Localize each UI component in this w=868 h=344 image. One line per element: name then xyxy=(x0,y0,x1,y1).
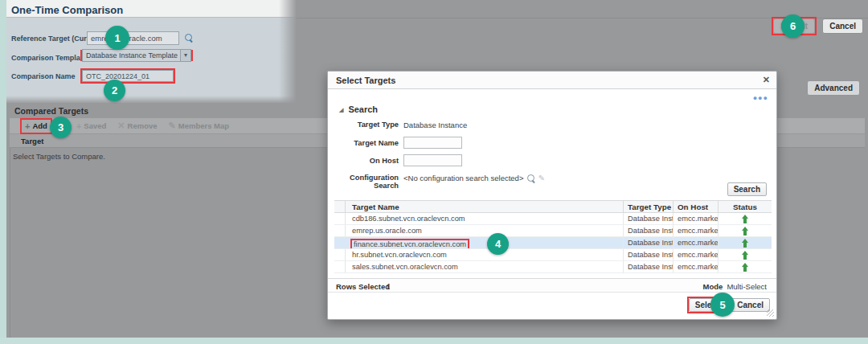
table-row[interactable]: sales.subnet.vcn.oraclevcn.comDatabase I… xyxy=(334,261,772,273)
select-targets-dialog: Select Targets ✕ ●●● ◢Search Target Type… xyxy=(327,71,777,320)
cell-on-host: emcc.marketpla... xyxy=(674,213,719,224)
status-up-arrow-icon xyxy=(742,263,749,272)
page-edge-bottom xyxy=(0,338,868,344)
status-up-arrow-icon xyxy=(742,215,749,223)
add-button[interactable]: + Add xyxy=(22,120,51,133)
col-target-name: Target Name xyxy=(346,201,624,212)
page-edge-left xyxy=(0,0,6,344)
rows-selected-label: Rows Selected xyxy=(336,282,390,291)
step-annotation-2: 2 xyxy=(104,80,125,101)
table-row[interactable]: cdb186.subnet.vcn.oraclevcn.comDatabase … xyxy=(334,213,772,225)
cell-on-host: emcc.marketpla... xyxy=(674,261,719,272)
plus-icon: + xyxy=(25,121,30,131)
configuration-search-value: <No configuration search selected> ✎ xyxy=(403,174,545,183)
reference-target-input[interactable]: emrep.us.oracle.com xyxy=(87,31,179,45)
target-name-label: Target Name xyxy=(328,139,399,147)
cell-on-host: emcc.marketpla... xyxy=(674,237,719,248)
status-up-arrow-icon xyxy=(742,239,749,248)
dialog-table-header: Target Name Target Type On Host Status xyxy=(334,200,772,213)
close-icon[interactable]: ✕ xyxy=(763,75,770,85)
comparison-template-value: Database Instance Template xyxy=(86,51,178,59)
remove-x-icon: ✕ xyxy=(117,121,125,131)
step-annotation-1: 1 xyxy=(105,26,129,50)
disclosure-triangle-icon: ◢ xyxy=(339,107,343,113)
dialog-resize-grip[interactable] xyxy=(767,309,774,317)
configuration-search-label: Configuration Search xyxy=(328,174,399,190)
col-on-host: On Host xyxy=(674,201,719,212)
dialog-cancel-button[interactable]: Cancel xyxy=(731,298,770,312)
add-saved-button[interactable]: + Saved xyxy=(76,121,106,131)
col-target-type: Target Type xyxy=(624,201,674,212)
remove-button[interactable]: ✕ Remove xyxy=(117,121,157,131)
cell-status xyxy=(719,225,772,236)
status-up-arrow-icon xyxy=(742,227,749,235)
dialog-table: Target Name Target Type On Host Status c… xyxy=(334,200,772,273)
cell-status xyxy=(719,261,772,272)
target-type-value: Database Instance xyxy=(403,121,467,129)
comparison-name-input[interactable]: OTC_20201224_01 xyxy=(82,70,174,82)
target-name-input[interactable] xyxy=(403,137,462,149)
status-up-arrow-icon xyxy=(742,251,749,260)
chevron-down-icon: ▾ xyxy=(180,50,190,61)
highlight-box-template: Database Instance Template ▾ xyxy=(80,50,193,61)
cell-target-type: Database Insta... xyxy=(624,237,674,248)
table-row[interactable]: finance.subnet.vcn.oraclevcn.comDatabase… xyxy=(334,237,772,249)
comparison-template-select[interactable]: Database Instance Template ▾ xyxy=(82,49,191,62)
compared-targets-title: Compared Targets xyxy=(14,106,88,116)
cell-target-name: hr.subnet.vcn.oraclevcn.com xyxy=(346,249,624,260)
cell-target-name: emrep.us.oracle.com xyxy=(346,225,624,236)
header-form-area: One-Time Comparison Reference Target (Cu… xyxy=(6,0,296,103)
dialog-header[interactable]: Select Targets ✕ xyxy=(328,72,776,89)
configuration-edit-pencil-icon[interactable]: ✎ xyxy=(538,174,545,182)
mode-indicator: ModeMulti-Select xyxy=(703,282,767,291)
cell-target-type: Database Insta... xyxy=(624,225,674,236)
highlight-box-add: + Add xyxy=(20,118,52,134)
section-left-border xyxy=(10,117,10,338)
search-section-header[interactable]: ◢Search xyxy=(339,104,378,114)
step-annotation-6: 6 xyxy=(781,14,805,38)
cell-target-name: sales.subnet.vcn.oraclevcn.com xyxy=(346,261,624,272)
cell-status xyxy=(719,213,772,224)
comparison-template-label: Comparison Template xyxy=(11,54,87,62)
table-row[interactable]: hr.subnet.vcn.oraclevcn.comDatabase Inst… xyxy=(334,249,772,261)
cell-target-type: Database Insta... xyxy=(624,249,674,260)
step-annotation-3: 3 xyxy=(50,117,72,138)
reference-target-search-icon[interactable] xyxy=(185,34,194,43)
cell-on-host: emcc.marketpla... xyxy=(674,225,719,236)
add-saved-icon: + xyxy=(76,121,81,131)
col-status: Status xyxy=(719,201,772,212)
dialog-detach-dots-icon[interactable]: ●●● xyxy=(753,94,768,102)
advanced-button[interactable]: Advanced xyxy=(807,80,860,96)
on-host-label: On Host xyxy=(328,157,399,165)
dialog-table-rows: cdb186.subnet.vcn.oraclevcn.comDatabase … xyxy=(334,213,772,273)
members-map-button[interactable]: ✎ Members Map xyxy=(169,121,230,131)
cell-status xyxy=(719,249,772,260)
step-annotation-5: 5 xyxy=(710,293,735,317)
search-button[interactable]: Search xyxy=(727,182,767,196)
cancel-button[interactable]: Cancel xyxy=(822,18,863,34)
page-title: One-Time Comparison xyxy=(11,4,123,16)
rows-selected-value: 1 xyxy=(386,282,390,291)
target-type-label: Target Type xyxy=(328,121,399,129)
configuration-search-icon[interactable] xyxy=(527,174,536,183)
cell-target-type: Database Insta... xyxy=(624,213,674,224)
cell-status xyxy=(719,237,772,248)
highlight-box-row: finance.subnet.vcn.oraclevcn.com xyxy=(350,239,469,248)
cell-on-host: emcc.marketpla... xyxy=(674,249,719,260)
on-host-input[interactable] xyxy=(403,154,462,166)
members-map-pencil-icon: ✎ xyxy=(169,121,176,131)
highlight-box-name: OTC_20201224_01 xyxy=(80,68,175,84)
dialog-title: Select Targets xyxy=(336,76,395,85)
cell-target-name: cdb186.subnet.vcn.oraclevcn.com xyxy=(346,213,624,224)
table-row[interactable]: emrep.us.oracle.comDatabase Insta...emcc… xyxy=(334,225,772,237)
step-annotation-4: 4 xyxy=(487,233,509,255)
compared-targets-empty-message: Select Targets to Compare. xyxy=(13,152,105,161)
dialog-footer: Rows Selected 1 ModeMulti-Select xyxy=(328,278,776,293)
comparison-name-label: Comparison Name xyxy=(11,72,76,80)
screen: Submit Cancel Advanced One-Time Comparis… xyxy=(0,0,868,344)
cell-target-name: finance.subnet.vcn.oraclevcn.com xyxy=(346,237,624,248)
cell-target-type: Database Insta... xyxy=(624,261,674,272)
